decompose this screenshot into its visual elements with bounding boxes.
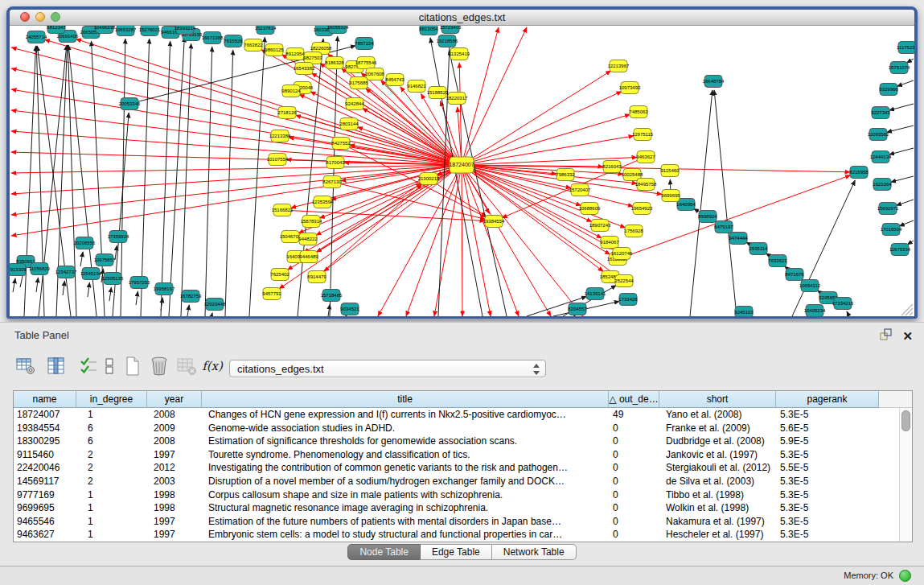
- edge[interactable]: [80, 252, 83, 266]
- node-8170043[interactable]: 8170043: [326, 157, 345, 169]
- node-7632621[interactable]: 7632621: [768, 255, 787, 267]
- column-header-out_de[interactable]: △ out_de…: [609, 391, 659, 408]
- node-12093582[interactable]: 12093582: [868, 129, 889, 141]
- node-2935114[interactable]: 2935114: [749, 243, 769, 255]
- edge[interactable]: [88, 282, 89, 297]
- node-6479197[interactable]: 6479197: [714, 221, 733, 233]
- node-10973493[interactable]: 10973493: [619, 82, 641, 94]
- node-11545194[interactable]: 11545194: [80, 268, 102, 280]
- edge[interactable]: [309, 183, 421, 257]
- node-16120746[interactable]: 16120746: [611, 248, 633, 260]
- scrollbar-thumb[interactable]: [901, 410, 910, 431]
- node-12505135[interactable]: 12505135: [102, 273, 124, 285]
- column-header-in_degree[interactable]: in_degree: [76, 391, 147, 408]
- node-9329966[interactable]: 9329966: [879, 84, 898, 96]
- rows-icon[interactable]: [98, 355, 121, 377]
- edge[interactable]: [187, 305, 189, 316]
- node-15692971[interactable]: 15692971: [877, 203, 899, 215]
- node-8813054[interactable]: 8813054: [419, 26, 438, 35]
- table-row[interactable]: 977716911998Corpus callosum shape and si…: [14, 488, 900, 502]
- node-12444134[interactable]: 12444134: [870, 151, 892, 163]
- node-16055324[interactable]: 16055324: [327, 26, 349, 34]
- node-9699695[interactable]: 9699695: [661, 190, 680, 202]
- node-15276021[interactable]: 15276021: [139, 26, 161, 36]
- node-15720407[interactable]: 15720407: [569, 184, 591, 196]
- node-2803144[interactable]: 2803144: [339, 118, 359, 130]
- node-8912954[interactable]: 8912954: [285, 48, 305, 60]
- node-9175685[interactable]: 9175685: [349, 77, 368, 89]
- node-9227343[interactable]: 9227343: [871, 107, 890, 119]
- node-1756928[interactable]: 1756928: [624, 225, 643, 237]
- node-10975857[interactable]: 10975857: [94, 254, 116, 266]
- edge[interactable]: [113, 113, 129, 316]
- edge[interactable]: [462, 165, 491, 316]
- node-9890124[interactable]: 9890124: [281, 85, 301, 97]
- node-3913309[interactable]: 3913309: [10, 264, 27, 276]
- node-12923448[interactable]: 12923448: [204, 299, 226, 311]
- node-17016504[interactable]: 17016504: [881, 224, 902, 236]
- node-18724007[interactable]: 18724007: [449, 157, 474, 173]
- edge[interactable]: [115, 245, 117, 260]
- node-9245103[interactable]: 9245103: [734, 307, 754, 317]
- close-panel-icon[interactable]: ✕: [902, 330, 913, 343]
- edge[interactable]: [847, 311, 849, 316]
- edge[interactable]: [11, 110, 462, 165]
- edge[interactable]: [907, 241, 914, 245]
- table-row[interactable]: 969969511998Structural magnetic resonanc…: [14, 501, 900, 515]
- node-17334216[interactable]: 17334216: [832, 298, 854, 310]
- table-column-icon[interactable]: [45, 355, 68, 377]
- edge[interactable]: [462, 165, 583, 316]
- resize-grip[interactable]: [901, 304, 913, 315]
- table-row[interactable]: 1456911722003Disruption of a novel membe…: [14, 475, 900, 488]
- node-12342737[interactable]: 12342737: [55, 266, 77, 278]
- table-row[interactable]: 1938455462009Genome-wide association stu…: [14, 422, 900, 435]
- node-9463627[interactable]: 9463627: [636, 151, 655, 163]
- edge[interactable]: [141, 39, 150, 316]
- edge[interactable]: [161, 41, 170, 316]
- table-select[interactable]: citations_edges.txt: [229, 360, 546, 377]
- node-1640954[interactable]: 1640954: [676, 199, 696, 211]
- node-17359924[interactable]: 17359924: [108, 231, 129, 243]
- edge[interactable]: [24, 46, 36, 316]
- node-10688609[interactable]: 10688609: [579, 203, 601, 215]
- edge[interactable]: [434, 165, 462, 316]
- node-6914479[interactable]: 6914479: [307, 271, 326, 283]
- node-11175234[interactable]: 11175234: [897, 42, 914, 54]
- node-16648784[interactable]: 16648784: [703, 76, 725, 88]
- node-15718485[interactable]: 15718485: [321, 290, 343, 302]
- edge[interactable]: [897, 80, 914, 86]
- tab-network-table[interactable]: Network Table: [492, 544, 577, 560]
- node-20206556[interactable]: 20206556: [74, 237, 96, 249]
- node-10496338[interactable]: 10496338: [94, 26, 116, 34]
- table-row[interactable]: 2242004622012Investigating the contribut…: [14, 461, 900, 475]
- node-7625402[interactable]: 7625402: [270, 269, 290, 281]
- edge[interactable]: [462, 165, 551, 316]
- column-header-name[interactable]: name: [14, 391, 76, 408]
- node-15751074[interactable]: 15751074: [889, 62, 910, 74]
- node-18393214[interactable]: 18393214: [175, 26, 196, 35]
- edge[interactable]: [181, 43, 191, 316]
- node-7485063[interactable]: 7485063: [629, 106, 648, 118]
- table-settings-icon[interactable]: [14, 355, 37, 377]
- node-11156829[interactable]: 11156829: [29, 263, 50, 275]
- node-9115460[interactable]: 9115460: [661, 165, 680, 177]
- node-8204557[interactable]: 8204557: [568, 303, 587, 315]
- node-19654923[interactable]: 19654923: [631, 203, 653, 215]
- edge[interactable]: [887, 126, 914, 132]
- node-9448222[interactable]: 9448222: [298, 233, 318, 245]
- node-24055714[interactable]: 24055714: [26, 31, 47, 43]
- new-file-icon[interactable]: [121, 355, 143, 377]
- edge[interactable]: [438, 36, 450, 316]
- node-19218586[interactable]: 19218586: [437, 35, 458, 47]
- network-canvas[interactable]: 2405571420691406206505311065328715276021…: [10, 26, 914, 316]
- node-7615526[interactable]: 7615526: [224, 35, 243, 47]
- node-16671388[interactable]: 16671388: [202, 32, 224, 44]
- column-header-year[interactable]: year: [147, 391, 202, 408]
- edge[interactable]: [378, 165, 462, 316]
- node-11675334[interactable]: 11675334: [889, 244, 911, 256]
- node-21300213[interactable]: 21300213: [418, 173, 440, 185]
- node-18495758[interactable]: 18495758: [635, 179, 657, 191]
- node-9474444[interactable]: 9474444: [729, 233, 748, 245]
- node-7986332[interactable]: 7986332: [556, 169, 575, 181]
- node-12213384[interactable]: 12213384: [269, 130, 291, 142]
